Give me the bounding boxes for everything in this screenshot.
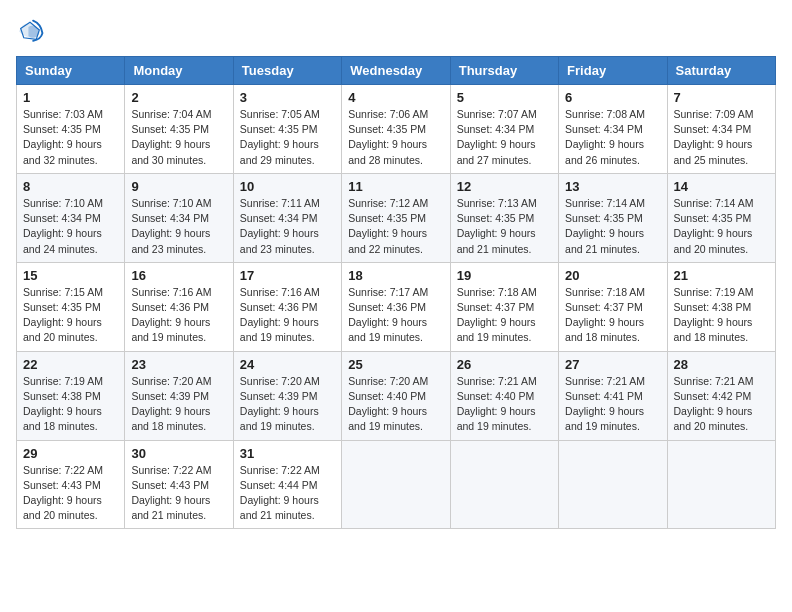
calendar-cell: 30Sunrise: 7:22 AMSunset: 4:43 PMDayligh… [125, 440, 233, 529]
day-info: Sunrise: 7:20 AMSunset: 4:39 PMDaylight:… [131, 375, 211, 433]
day-info: Sunrise: 7:19 AMSunset: 4:38 PMDaylight:… [23, 375, 103, 433]
calendar-cell: 25Sunrise: 7:20 AMSunset: 4:40 PMDayligh… [342, 351, 450, 440]
day-number: 22 [23, 357, 118, 372]
calendar-cell [342, 440, 450, 529]
day-number: 12 [457, 179, 552, 194]
day-number: 17 [240, 268, 335, 283]
day-number: 13 [565, 179, 660, 194]
day-number: 20 [565, 268, 660, 283]
calendar-cell: 7Sunrise: 7:09 AMSunset: 4:34 PMDaylight… [667, 85, 775, 174]
day-number: 9 [131, 179, 226, 194]
week-row-1: 1Sunrise: 7:03 AMSunset: 4:35 PMDaylight… [17, 85, 776, 174]
calendar-cell: 5Sunrise: 7:07 AMSunset: 4:34 PMDaylight… [450, 85, 558, 174]
day-number: 7 [674, 90, 769, 105]
calendar-cell: 1Sunrise: 7:03 AMSunset: 4:35 PMDaylight… [17, 85, 125, 174]
calendar-cell: 4Sunrise: 7:06 AMSunset: 4:35 PMDaylight… [342, 85, 450, 174]
day-number: 3 [240, 90, 335, 105]
weekday-header-saturday: Saturday [667, 57, 775, 85]
calendar-cell [450, 440, 558, 529]
calendar-cell [667, 440, 775, 529]
calendar-cell: 19Sunrise: 7:18 AMSunset: 4:37 PMDayligh… [450, 262, 558, 351]
day-number: 14 [674, 179, 769, 194]
calendar-cell: 23Sunrise: 7:20 AMSunset: 4:39 PMDayligh… [125, 351, 233, 440]
calendar-cell: 27Sunrise: 7:21 AMSunset: 4:41 PMDayligh… [559, 351, 667, 440]
day-info: Sunrise: 7:05 AMSunset: 4:35 PMDaylight:… [240, 108, 320, 166]
day-info: Sunrise: 7:22 AMSunset: 4:43 PMDaylight:… [23, 464, 103, 522]
day-number: 16 [131, 268, 226, 283]
day-info: Sunrise: 7:15 AMSunset: 4:35 PMDaylight:… [23, 286, 103, 344]
day-info: Sunrise: 7:21 AMSunset: 4:41 PMDaylight:… [565, 375, 645, 433]
weekday-header-friday: Friday [559, 57, 667, 85]
weekday-header-thursday: Thursday [450, 57, 558, 85]
calendar-cell: 2Sunrise: 7:04 AMSunset: 4:35 PMDaylight… [125, 85, 233, 174]
day-number: 30 [131, 446, 226, 461]
day-info: Sunrise: 7:20 AMSunset: 4:40 PMDaylight:… [348, 375, 428, 433]
calendar-cell: 29Sunrise: 7:22 AMSunset: 4:43 PMDayligh… [17, 440, 125, 529]
day-info: Sunrise: 7:14 AMSunset: 4:35 PMDaylight:… [674, 197, 754, 255]
day-info: Sunrise: 7:21 AMSunset: 4:42 PMDaylight:… [674, 375, 754, 433]
day-info: Sunrise: 7:13 AMSunset: 4:35 PMDaylight:… [457, 197, 537, 255]
day-number: 26 [457, 357, 552, 372]
day-number: 31 [240, 446, 335, 461]
weekday-header-row: SundayMondayTuesdayWednesdayThursdayFrid… [17, 57, 776, 85]
logo [16, 16, 48, 44]
calendar-cell [559, 440, 667, 529]
weekday-header-tuesday: Tuesday [233, 57, 341, 85]
calendar-cell: 20Sunrise: 7:18 AMSunset: 4:37 PMDayligh… [559, 262, 667, 351]
calendar-cell: 10Sunrise: 7:11 AMSunset: 4:34 PMDayligh… [233, 173, 341, 262]
day-info: Sunrise: 7:08 AMSunset: 4:34 PMDaylight:… [565, 108, 645, 166]
day-number: 11 [348, 179, 443, 194]
day-info: Sunrise: 7:16 AMSunset: 4:36 PMDaylight:… [131, 286, 211, 344]
day-number: 18 [348, 268, 443, 283]
day-number: 8 [23, 179, 118, 194]
day-info: Sunrise: 7:11 AMSunset: 4:34 PMDaylight:… [240, 197, 320, 255]
week-row-2: 8Sunrise: 7:10 AMSunset: 4:34 PMDaylight… [17, 173, 776, 262]
day-info: Sunrise: 7:06 AMSunset: 4:35 PMDaylight:… [348, 108, 428, 166]
day-number: 29 [23, 446, 118, 461]
calendar-cell: 16Sunrise: 7:16 AMSunset: 4:36 PMDayligh… [125, 262, 233, 351]
day-number: 6 [565, 90, 660, 105]
day-number: 21 [674, 268, 769, 283]
calendar-cell: 8Sunrise: 7:10 AMSunset: 4:34 PMDaylight… [17, 173, 125, 262]
calendar-table: SundayMondayTuesdayWednesdayThursdayFrid… [16, 56, 776, 529]
calendar-cell: 9Sunrise: 7:10 AMSunset: 4:34 PMDaylight… [125, 173, 233, 262]
calendar-cell: 13Sunrise: 7:14 AMSunset: 4:35 PMDayligh… [559, 173, 667, 262]
day-info: Sunrise: 7:12 AMSunset: 4:35 PMDaylight:… [348, 197, 428, 255]
day-info: Sunrise: 7:21 AMSunset: 4:40 PMDaylight:… [457, 375, 537, 433]
calendar-cell: 31Sunrise: 7:22 AMSunset: 4:44 PMDayligh… [233, 440, 341, 529]
day-info: Sunrise: 7:22 AMSunset: 4:44 PMDaylight:… [240, 464, 320, 522]
weekday-header-monday: Monday [125, 57, 233, 85]
calendar-cell: 17Sunrise: 7:16 AMSunset: 4:36 PMDayligh… [233, 262, 341, 351]
day-info: Sunrise: 7:16 AMSunset: 4:36 PMDaylight:… [240, 286, 320, 344]
day-info: Sunrise: 7:09 AMSunset: 4:34 PMDaylight:… [674, 108, 754, 166]
day-number: 25 [348, 357, 443, 372]
day-info: Sunrise: 7:03 AMSunset: 4:35 PMDaylight:… [23, 108, 103, 166]
week-row-5: 29Sunrise: 7:22 AMSunset: 4:43 PMDayligh… [17, 440, 776, 529]
week-row-3: 15Sunrise: 7:15 AMSunset: 4:35 PMDayligh… [17, 262, 776, 351]
day-number: 19 [457, 268, 552, 283]
day-number: 24 [240, 357, 335, 372]
day-info: Sunrise: 7:07 AMSunset: 4:34 PMDaylight:… [457, 108, 537, 166]
day-number: 27 [565, 357, 660, 372]
calendar-cell: 21Sunrise: 7:19 AMSunset: 4:38 PMDayligh… [667, 262, 775, 351]
day-info: Sunrise: 7:18 AMSunset: 4:37 PMDaylight:… [565, 286, 645, 344]
day-info: Sunrise: 7:10 AMSunset: 4:34 PMDaylight:… [23, 197, 103, 255]
day-number: 2 [131, 90, 226, 105]
calendar-cell: 6Sunrise: 7:08 AMSunset: 4:34 PMDaylight… [559, 85, 667, 174]
weekday-header-sunday: Sunday [17, 57, 125, 85]
calendar-cell: 12Sunrise: 7:13 AMSunset: 4:35 PMDayligh… [450, 173, 558, 262]
day-number: 5 [457, 90, 552, 105]
calendar-cell: 14Sunrise: 7:14 AMSunset: 4:35 PMDayligh… [667, 173, 775, 262]
calendar-cell: 24Sunrise: 7:20 AMSunset: 4:39 PMDayligh… [233, 351, 341, 440]
calendar-cell: 28Sunrise: 7:21 AMSunset: 4:42 PMDayligh… [667, 351, 775, 440]
day-number: 15 [23, 268, 118, 283]
week-row-4: 22Sunrise: 7:19 AMSunset: 4:38 PMDayligh… [17, 351, 776, 440]
day-number: 28 [674, 357, 769, 372]
calendar-cell: 15Sunrise: 7:15 AMSunset: 4:35 PMDayligh… [17, 262, 125, 351]
day-info: Sunrise: 7:19 AMSunset: 4:38 PMDaylight:… [674, 286, 754, 344]
calendar-cell: 3Sunrise: 7:05 AMSunset: 4:35 PMDaylight… [233, 85, 341, 174]
day-info: Sunrise: 7:17 AMSunset: 4:36 PMDaylight:… [348, 286, 428, 344]
day-info: Sunrise: 7:20 AMSunset: 4:39 PMDaylight:… [240, 375, 320, 433]
calendar-cell: 18Sunrise: 7:17 AMSunset: 4:36 PMDayligh… [342, 262, 450, 351]
day-info: Sunrise: 7:18 AMSunset: 4:37 PMDaylight:… [457, 286, 537, 344]
